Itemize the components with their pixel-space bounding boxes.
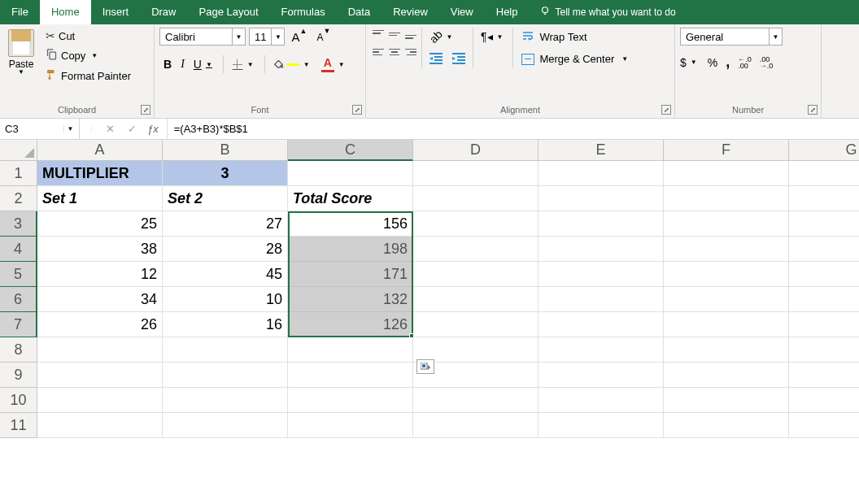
tab-draw[interactable]: Draw xyxy=(140,0,187,24)
cell-b4[interactable]: 28 xyxy=(163,237,288,262)
row-header-5[interactable]: 5 xyxy=(0,262,37,287)
merge-center-button[interactable]: Merge & Center ▼ xyxy=(517,51,635,67)
cell-b10[interactable] xyxy=(163,388,288,413)
cell-f8[interactable] xyxy=(664,337,789,363)
italic-button[interactable]: I xyxy=(177,55,189,73)
cell-e5[interactable] xyxy=(539,262,664,287)
tab-formulas[interactable]: Formulas xyxy=(270,0,337,24)
cell-d4[interactable] xyxy=(413,237,539,262)
column-header-g[interactable]: G xyxy=(789,140,859,161)
cell-c4[interactable]: 198 xyxy=(288,237,413,262)
cell-e9[interactable] xyxy=(539,363,664,388)
increase-indent-button[interactable] xyxy=(448,50,469,67)
cell-b7[interactable]: 16 xyxy=(163,312,288,337)
cell-f5[interactable] xyxy=(664,262,789,287)
cell-e11[interactable] xyxy=(539,413,664,438)
cut-button[interactable]: ✂ Cut xyxy=(42,28,134,44)
number-format-combo[interactable]: General ▼ xyxy=(680,28,783,46)
borders-button[interactable]: ▼ xyxy=(228,56,260,72)
cell-f7[interactable] xyxy=(664,312,789,337)
cell-f2[interactable] xyxy=(664,186,789,211)
name-box-dropdown[interactable]: ▼ xyxy=(63,125,76,133)
tab-insert[interactable]: Insert xyxy=(91,0,141,24)
tab-data[interactable]: Data xyxy=(337,0,382,24)
decrease-font-button[interactable]: A▼ xyxy=(313,30,334,43)
cell-c8[interactable] xyxy=(288,337,413,363)
cell-a3[interactable]: 25 xyxy=(37,211,163,237)
font-name-dropdown[interactable]: ▼ xyxy=(232,28,245,45)
align-center-button[interactable] xyxy=(387,46,402,59)
fill-color-button[interactable]: ▼ xyxy=(269,55,316,73)
cell-f1[interactable] xyxy=(664,161,789,186)
cell-d6[interactable] xyxy=(413,287,539,312)
orientation-button[interactable]: ab▼ xyxy=(425,28,460,46)
cell-e2[interactable] xyxy=(539,186,664,211)
cell-d11[interactable] xyxy=(413,413,539,438)
align-right-button[interactable] xyxy=(403,46,418,59)
cell-b1[interactable]: 3 xyxy=(163,161,288,186)
tab-help[interactable]: Help xyxy=(485,0,530,24)
clipboard-launcher[interactable]: ⤢ xyxy=(141,105,150,115)
comma-format-button[interactable]: , xyxy=(726,54,730,71)
cell-g4[interactable] xyxy=(789,237,859,262)
cell-c2[interactable]: Total Score xyxy=(288,186,413,211)
row-header-1[interactable]: 1 xyxy=(0,161,37,186)
decrease-indent-button[interactable] xyxy=(425,50,447,67)
cell-g2[interactable] xyxy=(789,186,859,211)
number-format-dropdown[interactable]: ▼ xyxy=(769,28,782,45)
wrap-text-button[interactable]: Wrap Text xyxy=(517,28,635,46)
font-launcher[interactable]: ⤢ xyxy=(352,105,362,115)
font-color-button[interactable]: A▼ xyxy=(317,54,351,75)
copy-button[interactable]: Copy ▼ xyxy=(42,46,134,64)
cell-a6[interactable]: 34 xyxy=(37,287,163,312)
cell-c1[interactable] xyxy=(288,161,413,186)
cell-g10[interactable] xyxy=(789,388,859,413)
cell-g1[interactable] xyxy=(789,161,859,186)
cell-a4[interactable]: 38 xyxy=(37,237,163,262)
row-header-8[interactable]: 8 xyxy=(0,337,37,363)
cell-d2[interactable] xyxy=(413,186,539,211)
cell-d7[interactable] xyxy=(413,312,539,337)
increase-decimal-button[interactable]: ←.0.00 xyxy=(738,56,752,69)
cell-b2[interactable]: Set 2 xyxy=(163,186,288,211)
increase-font-button[interactable]: A▲ xyxy=(288,30,310,44)
cell-e3[interactable] xyxy=(539,211,664,237)
cell-e1[interactable] xyxy=(539,161,664,186)
column-header-a[interactable]: A xyxy=(37,140,163,161)
column-header-b[interactable]: B xyxy=(163,140,288,161)
cell-g6[interactable] xyxy=(789,287,859,312)
cell-b3[interactable]: 27 xyxy=(163,211,288,237)
tell-me[interactable]: Tell me what you want to do xyxy=(539,6,676,20)
cell-c11[interactable] xyxy=(288,413,413,438)
row-header-10[interactable]: 10 xyxy=(0,388,37,413)
column-header-c[interactable]: C xyxy=(288,140,413,161)
cell-a2[interactable]: Set 1 xyxy=(37,186,163,211)
tab-review[interactable]: Review xyxy=(382,0,439,24)
enter-formula-button[interactable]: ✓ xyxy=(125,123,139,135)
cell-f3[interactable] xyxy=(664,211,789,237)
row-header-7[interactable]: 7 xyxy=(0,312,37,337)
format-painter-button[interactable]: Format Painter xyxy=(42,67,134,85)
cell-b5[interactable]: 45 xyxy=(163,262,288,287)
align-top-button[interactable] xyxy=(371,28,386,41)
font-size-combo[interactable]: 11 ▼ xyxy=(249,28,285,46)
cell-g8[interactable] xyxy=(789,337,859,363)
align-bottom-button[interactable] xyxy=(403,28,418,41)
tab-view[interactable]: View xyxy=(439,0,485,24)
alignment-launcher[interactable]: ⤢ xyxy=(661,105,671,115)
bold-button[interactable]: B xyxy=(159,55,176,73)
cell-c10[interactable] xyxy=(288,388,413,413)
cell-e8[interactable] xyxy=(539,337,664,363)
cell-f10[interactable] xyxy=(664,388,789,413)
cell-a8[interactable] xyxy=(37,337,163,363)
cell-c9[interactable] xyxy=(288,363,413,388)
cell-d1[interactable] xyxy=(413,161,539,186)
align-middle-button[interactable] xyxy=(387,28,402,41)
font-size-dropdown[interactable]: ▼ xyxy=(271,28,284,45)
cell-c6[interactable]: 132 xyxy=(288,287,413,312)
row-header-11[interactable]: 11 xyxy=(0,413,37,438)
row-header-2[interactable]: 2 xyxy=(0,186,37,211)
cell-d3[interactable] xyxy=(413,211,539,237)
cell-e10[interactable] xyxy=(539,388,664,413)
accounting-format-button[interactable]: $▼ xyxy=(680,56,700,69)
